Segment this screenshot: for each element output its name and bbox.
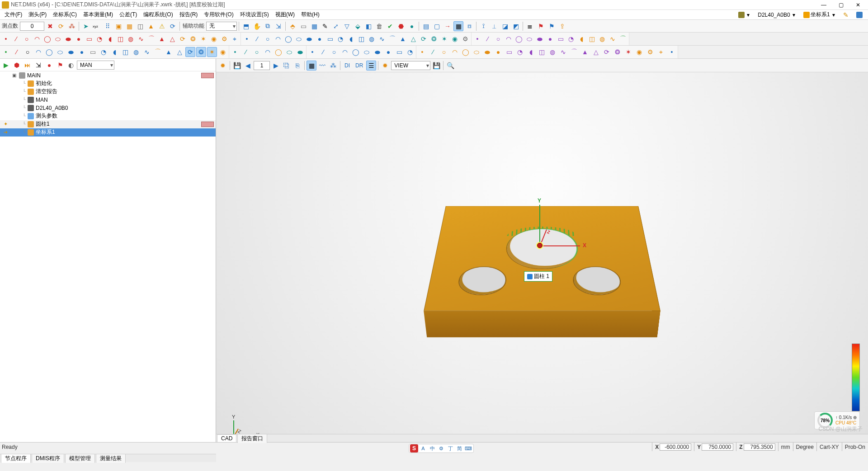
prog-2-icon[interactable]: ○ [23,47,33,57]
torus-icon[interactable]: ◍ [126,34,136,44]
ime-btn-1[interactable]: A [419,444,427,452]
viewport-tab-0[interactable]: CAD [217,434,236,442]
palette2-icon[interactable]: ✹ [380,61,390,71]
sphere-mode-icon[interactable]: ◐ [66,60,76,70]
menu-item-9[interactable]: 视图(W) [273,10,297,19]
sidebar-tab-3[interactable]: 测量结果 [96,454,126,463]
dist-icon[interactable]: ⬭ [472,47,481,57]
close-button[interactable]: ✕ [850,2,866,8]
tree-item-3[interactable]: └ D2L40_A0B0 [0,104,216,112]
pyr-c-icon[interactable]: ◍ [597,34,607,44]
sym-icon[interactable]: ∿ [558,47,568,57]
cyl-c-icon[interactable]: ◔ [566,34,576,44]
ring-c-icon[interactable]: ❂ [429,34,439,44]
line-d-icon[interactable]: ⬬ [482,47,492,57]
menu-item-4[interactable]: 公差(T) [117,10,140,19]
cone-b-icon[interactable]: ∿ [377,34,387,44]
label-icon[interactable]: ◉ [634,47,644,57]
tree-item-4[interactable]: └ 测头参数 [0,112,216,120]
sidebar-tab-0[interactable]: 节点程序 [1,454,31,463]
dim-ln-icon[interactable]: ∕ [483,34,493,44]
box-icon[interactable]: ▣ [113,21,123,31]
next-icon[interactable]: ▶ [271,61,281,71]
cone-icon[interactable]: ◔ [94,34,104,44]
circ-icon[interactable]: ○ [493,34,503,44]
pattern-icon[interactable]: ▲ [398,34,408,44]
scatter-icon[interactable]: ⁂ [67,21,77,31]
shell1-icon[interactable]: • [307,47,317,57]
view-combo[interactable]: VIEW [391,61,430,70]
cs-7-icon[interactable]: ◖ [109,47,119,57]
sph-c-icon[interactable]: ▭ [556,34,566,44]
tree-expand-toggle[interactable]: ▣ [11,73,17,78]
cs-15-icon[interactable]: ❂ [196,47,206,57]
sphere-b-icon[interactable]: ◔ [335,34,345,44]
blade-icon[interactable]: ∿ [608,34,618,44]
prog-1-icon[interactable]: ∕ [12,47,22,57]
cyl2-icon[interactable]: ◠ [263,47,273,57]
cs-2-icon[interactable]: ◯ [44,47,54,57]
wall-icon[interactable]: ☰ [366,61,376,71]
tri-c-icon[interactable]: ◫ [587,34,597,44]
status-cart[interactable]: Cart-XY [816,443,842,451]
maximize-button[interactable]: ▢ [833,2,849,8]
ell-r-icon[interactable]: ◉ [450,34,460,44]
sphere-icon[interactable]: ● [74,34,84,44]
cs-5-icon[interactable]: ● [77,47,87,57]
page-icon[interactable]: ▤ [421,21,431,31]
layers-icon[interactable]: ≣ [525,21,535,31]
flag-icon[interactable]: ⚑ [536,21,546,31]
feature-label[interactable]: 圆柱 1 [524,271,552,282]
ime-btn-4[interactable]: 丁 [446,444,454,452]
cs-14-icon[interactable]: ⟳ [185,47,195,57]
shell3-icon[interactable]: ○ [329,47,339,57]
menu-item-5[interactable]: 编程系统(O) [141,10,175,19]
round-c-icon[interactable]: ⟳ [419,34,429,44]
cube-icon[interactable]: ◫ [135,21,145,31]
rps-icon[interactable]: ▭ [88,47,98,57]
iso-b-icon[interactable]: ◩ [511,21,521,31]
sel2-icon[interactable]: ▭ [298,21,308,31]
skip-icon[interactable]: ⏭ [23,60,33,70]
up-arrow-icon[interactable]: ▲ [146,21,156,31]
cs-12-icon[interactable]: ▲ [164,47,174,57]
menu-item-1[interactable]: 测头(P) [26,10,49,19]
slot-e-icon[interactable]: ⬬ [535,34,545,44]
slot-b-icon[interactable]: ⬭ [294,34,304,44]
ang-icon[interactable]: ◠ [450,47,460,57]
box-plus-icon[interactable]: ⧉ [263,21,273,31]
cs-10-icon[interactable]: ∿ [142,47,152,57]
datum-i-icon[interactable]: DI [342,61,352,71]
cluster-icon[interactable]: ✹ [218,61,228,71]
tree-root[interactable]: ▣MAIN [0,71,216,80]
iso-a-icon[interactable]: ◪ [500,21,510,31]
flag2-icon[interactable]: ⚑ [55,60,65,70]
shell10-icon[interactable]: ◔ [405,47,415,57]
menu-item-0[interactable]: 文件(F) [2,10,25,19]
settings-window-icon[interactable] [854,10,864,20]
dim-line-icon[interactable]: ∕ [252,34,262,44]
blue-flag-icon[interactable]: ⚑ [547,21,557,31]
ell-b-icon[interactable]: ◯ [283,34,293,44]
diam-icon[interactable]: ❂ [613,47,623,57]
ime-btn-5[interactable]: 简 [455,444,463,452]
menu-item-7[interactable]: 专用软件(O) [201,10,236,19]
tree-item-6[interactable]: ➔└ 坐标系1 [0,128,216,137]
tag-icon[interactable]: ▢ [432,21,442,31]
cap-icon[interactable]: ⬬ [295,47,305,57]
dim-point-icon[interactable]: • [242,34,252,44]
rect-c-icon[interactable]: ● [545,34,555,44]
brush-icon[interactable]: ✎ [320,21,330,31]
slot-c-icon[interactable]: ◯ [514,34,524,44]
tree-item-1[interactable]: └ 清空报告 [0,88,216,96]
slot2-b-icon[interactable]: ⬬ [304,34,314,44]
view-canvas[interactable]: 圆柱 1 78% ↑ 0.1K/s ⊕ CPU 48°C CSDN @山涧果子 [216,72,868,434]
dim-pt-icon[interactable]: • [472,34,482,44]
circ-c-icon[interactable]: △ [408,34,418,44]
points-input[interactable] [20,22,44,31]
slot2-icon[interactable]: ⬬ [63,34,73,44]
sel-mode-icon[interactable]: ▦ [453,21,463,31]
dims-a-icon[interactable]: ⟟ [478,21,488,31]
curve-icon[interactable]: ∿ [136,34,146,44]
overlay-a-icon[interactable]: ▦ [307,61,316,71]
